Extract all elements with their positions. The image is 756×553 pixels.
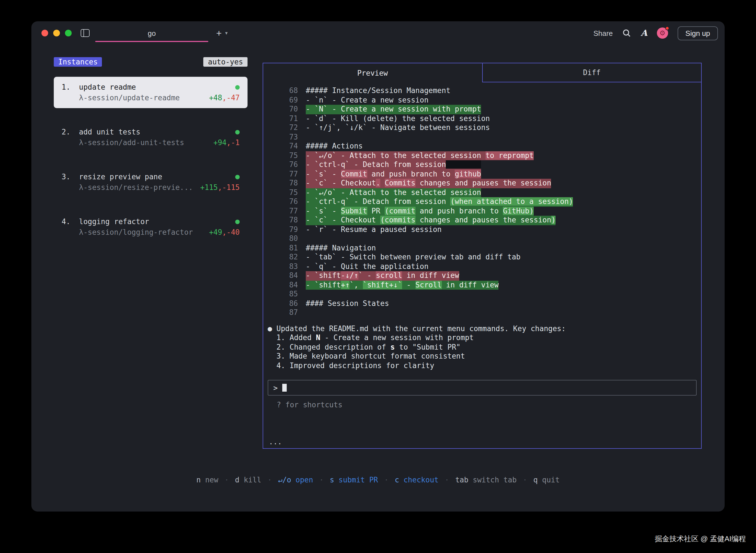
diff-line: 69- `n` - Create a new session [263,95,701,105]
line-text: - `d` - Kill (delete) the selected sessi… [306,114,490,123]
shortcut-key: d [235,476,240,484]
tab-preview[interactable]: Preview [263,63,482,82]
line-number: 81 [263,243,298,253]
terminal-window: go + ▾ Share A ⚙ Sign up Instances [31,21,725,511]
removed-count: ,-47 [222,94,240,102]
text-segment: GitHub) [503,207,534,215]
new-tab-button[interactable]: + [216,28,222,38]
text-segment: - `c` - Checkout [306,216,380,224]
diff-line: 79- `r` - Resume a paused session [263,225,701,234]
shortcut-key: s [330,476,334,484]
line-text: ##### Instance/Session Management [306,86,451,95]
diff-line: 85 [263,290,701,299]
shortcut-key: n [196,476,201,484]
line-text: - `tab` - Switch between preview tab and… [306,253,521,262]
shortcut-label: submit PR [334,476,378,484]
text-segment: N [316,333,320,342]
shortcut-key: tab [455,476,468,484]
instance-item[interactable]: 1.update readmeλ-session/update-readme+4… [54,77,248,108]
text-segment: Commit [341,169,367,178]
tab-diff[interactable]: Diff [482,63,701,82]
text-segment: - `tab` - Switch between preview tab and… [306,253,521,261]
line-number: 68 [263,86,298,95]
text-segment: - `↵/o` - Attach to the selected session [306,188,481,196]
diff-line-added: 70- `N` - Create a new session with prom… [263,105,701,114]
shortcut-item: n new [196,476,218,484]
avatar[interactable]: ⚙ [657,27,668,38]
diff-line-added: 78- `c` - Checkout (commits changes and … [263,216,701,225]
diff-line: 80 [263,234,701,243]
text-segment: and push branch to [415,207,503,215]
text-segment: github [455,169,481,178]
text-segment: ● Updated the README.md with the current… [268,324,566,332]
instance-item[interactable]: 2.add unit testsλ-session/add-unit-tests… [54,122,248,153]
text-segment: ) [551,216,556,224]
instance-title-row: 4.logging refactor [62,216,240,227]
line-number: 77 [263,207,298,216]
shortcut-key: ↵/o [278,476,291,484]
line-text: - `ctrl-q` - Detach from session [306,160,481,169]
assistant-summary: ● Updated the README.md with the current… [268,324,701,370]
instance-index: 2. [62,127,79,137]
sign-up-button[interactable]: Sign up [678,26,718,40]
text-segment [446,160,481,169]
instance-branch-row: λ-session/resize-previe...+115,-115 [62,182,240,193]
text-segment: Commits [385,179,415,187]
diff-line-removed: 78- `c` - Checkout. Commits changes and … [263,179,701,188]
tab-dropdown-chevron-icon[interactable]: ▾ [225,30,228,36]
maximize-window-button[interactable] [65,30,72,36]
instance-item[interactable]: 3.resize preview paneλ-session/resize-pr… [54,166,248,198]
prompt-input[interactable]: > [268,380,697,396]
line-text: ##### Actions [306,142,363,151]
line-number: 71 [263,114,298,123]
instance-title: update readme [79,82,136,92]
status-dot [235,174,240,179]
diff-line: 87 [263,308,701,317]
terminal-tab-go[interactable]: go [95,21,208,45]
instance-index: 1. [62,82,79,92]
text-segment: 3. Made keyboard shortcut format consist… [268,352,465,360]
instance-item[interactable]: 4.logging refactorλ-session/logging-refa… [54,211,248,243]
summary-line: 4. Improved descriptions for clarity [268,361,701,370]
shortcut-item: d kill [235,476,261,484]
text-segment: - `shift [306,281,341,289]
text-segment: `, [350,281,363,289]
text-segment: and push branch to [367,169,455,178]
diff-line: 68##### Instance/Session Management [263,86,701,95]
text-segment: scroll [376,271,402,280]
ai-assistant-icon[interactable]: A [641,28,647,38]
preview-pane: Preview Diff 68##### Instance/Session Ma… [263,63,702,449]
diff-line: 81##### Navigation [263,243,701,253]
added-count: +115 [200,183,218,191]
line-number: 85 [263,290,298,299]
auto-yes-badge: auto-yes [204,57,248,67]
instances-badge: Instances [54,57,102,67]
diff-line: 71- `d` - Kill (delete) the selected ses… [263,114,701,123]
overflow-indicator: ... [269,438,282,446]
line-text: - `N` - Create a new session with prompt [306,105,481,114]
line-text: - `c` - Checkout (commits changes and pa… [306,216,556,225]
diff-line-removed: 77- `s` - Commit and push branch to gith… [263,169,701,179]
text-segment: `shift+↓` [363,281,402,289]
line-text: #### Session States [306,299,389,308]
tab-list-icon[interactable] [81,29,90,37]
text-segment: - `ctrl-q` - Detach from session [306,160,446,169]
sidebar: Instances auto-yes 1.update readmeλ-sess… [54,57,248,256]
close-window-button[interactable] [41,30,48,36]
diff-line-added: 77- `s` - Submit PR (commit and push bra… [263,207,701,216]
instance-index: 3. [62,171,79,182]
tab-title: go [148,29,156,37]
instance-list: 1.update readmeλ-session/update-readme+4… [54,77,248,243]
instance-title-row: 3.resize preview pane [62,171,240,182]
minimize-window-button[interactable] [53,30,60,36]
line-text: - `↵/o` - Attach to the selected session [306,188,481,197]
text-segment: - `r` - Resume a paused session [306,225,442,233]
search-icon[interactable] [623,28,632,37]
share-button[interactable]: Share [593,29,612,37]
shortcuts-hint: ? for shortcuts [277,401,701,409]
line-number: 75 [263,151,298,160]
text-segment: -↓/↑ [341,271,358,280]
text-segment: - [402,281,415,289]
text-segment: (commits [380,216,415,224]
text-cursor [282,384,287,392]
